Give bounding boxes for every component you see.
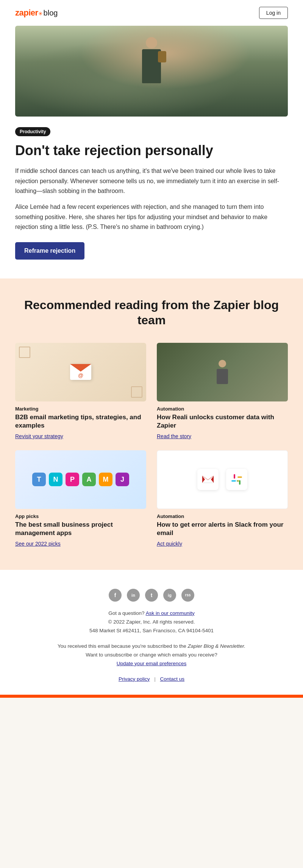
footer-legal-links: Privacy policy | Contact us	[15, 675, 288, 684]
card-error-alerts: Automation How to get error alerts in Sl…	[157, 450, 288, 547]
cards-grid: Marketing B2B email marketing tips, stra…	[15, 343, 288, 547]
footer-community: Got a question? Ask in our community	[15, 609, 288, 618]
footer-unsubscribe: Want to unsubscribe or change which emai…	[15, 651, 288, 660]
card-image-person	[157, 343, 288, 401]
app-icon-notion: N	[49, 473, 62, 486]
person-silhouette	[136, 37, 167, 105]
gmail-icon	[197, 469, 219, 490]
card-category-2: Automation	[157, 406, 288, 412]
article-body-1: If middle school dances can teach us any…	[15, 166, 288, 196]
header: zapier✳ blog Log in	[0, 0, 303, 26]
update-email-link[interactable]: Update your email preferences	[117, 661, 187, 666]
slack-icon	[226, 469, 247, 490]
app-icon-purple: J	[116, 473, 129, 486]
hero-image-inner	[15, 26, 288, 117]
card-link-3[interactable]: See our 2022 picks	[15, 541, 61, 547]
rss-icon[interactable]: rss	[181, 589, 194, 602]
card-title-3: The best small business project manageme…	[15, 521, 146, 537]
privacy-policy-link[interactable]: Privacy policy	[119, 676, 150, 682]
card-project-management: T N P A M J App picks The best small bus…	[15, 450, 146, 547]
logo-spark-icon: ✳	[38, 11, 43, 17]
footer-update-link-wrap: Update your email preferences	[15, 660, 288, 668]
svg-rect-7	[237, 476, 242, 478]
app-icon-orange: M	[99, 473, 112, 486]
recommended-section: Recommended reading from the Zapier blog…	[0, 278, 303, 570]
contact-link[interactable]: Contact us	[160, 676, 185, 682]
card-reali: Automation How Reali unlocks customer da…	[157, 343, 288, 440]
desk-person-body	[217, 369, 228, 384]
card-link-2[interactable]: Read the story	[157, 433, 191, 439]
linkedin-icon[interactable]: in	[127, 589, 140, 602]
desk-person-head	[219, 360, 226, 367]
card-image-gmail-slack	[157, 450, 288, 509]
desk-scene	[217, 360, 228, 384]
corner-decor-tl	[19, 347, 30, 358]
footer: f in t ig rss Got a question? Ask in our…	[0, 570, 303, 695]
instagram-icon[interactable]: ig	[163, 589, 176, 602]
footer-question-text: Got a question?	[108, 610, 144, 616]
twitter-icon[interactable]: t	[145, 589, 158, 602]
footer-subscribed: You received this email because you're s…	[15, 642, 288, 651]
logo-zapier-text: zapier	[15, 8, 38, 18]
corner-decor-br	[131, 386, 142, 398]
community-link[interactable]: Ask in our community	[146, 610, 195, 616]
logo-blog-text: blog	[44, 9, 58, 17]
person-head	[146, 37, 157, 48]
category-badge: Productivity	[15, 127, 50, 136]
reframe-rejection-button[interactable]: Reframe rejection	[15, 242, 84, 260]
footer-newsletter-italic: Zapier Blog & Newsletter.	[187, 643, 245, 649]
svg-rect-3	[239, 480, 241, 485]
logo: zapier✳ blog	[15, 8, 58, 18]
card-title-4: How to get error alerts in Slack from yo…	[157, 521, 288, 537]
facebook-icon[interactable]: f	[109, 589, 122, 602]
orange-bottom-bar	[0, 695, 303, 698]
svg-rect-1	[234, 474, 235, 479]
person-body	[142, 49, 161, 83]
card-image-email	[15, 343, 146, 401]
app-icon-asana: A	[82, 473, 96, 486]
card-link-4[interactable]: Act quickly	[157, 541, 182, 547]
social-icons: f in t ig rss	[15, 589, 288, 602]
svg-rect-5	[231, 480, 236, 482]
card-category-3: App picks	[15, 513, 146, 519]
footer-copyright: © 2022 Zapier, Inc. All rights reserved.	[15, 618, 288, 627]
card-title-1: B2B email marketing tips, strategies, an…	[15, 413, 146, 430]
app-icon-trello: T	[32, 473, 46, 486]
article-title: Don't take rejection personally	[15, 142, 288, 159]
hero-image	[15, 26, 288, 117]
card-image-apps: T N P A M J	[15, 450, 146, 509]
email-envelope-icon	[70, 364, 91, 380]
footer-address: 548 Market St #62411, San Francisco, CA …	[15, 627, 288, 635]
backpack	[158, 51, 166, 62]
article-section: Productivity Don't take rejection person…	[0, 26, 303, 278]
card-category-1: Marketing	[15, 406, 146, 412]
card-link-1[interactable]: Revisit your strategy	[15, 433, 63, 439]
card-title-2: How Reali unlocks customer data with Zap…	[157, 413, 288, 430]
login-button[interactable]: Log in	[259, 7, 288, 19]
card-email-marketing: Marketing B2B email marketing tips, stra…	[15, 343, 146, 440]
card-category-4: Automation	[157, 513, 288, 519]
app-icon-pink: P	[66, 473, 79, 486]
recommended-title: Recommended reading from the Zapier blog…	[15, 297, 288, 328]
article-body-2: Alice Lemée had a few recent experiences…	[15, 202, 288, 232]
svg-rect-8	[237, 480, 239, 482]
